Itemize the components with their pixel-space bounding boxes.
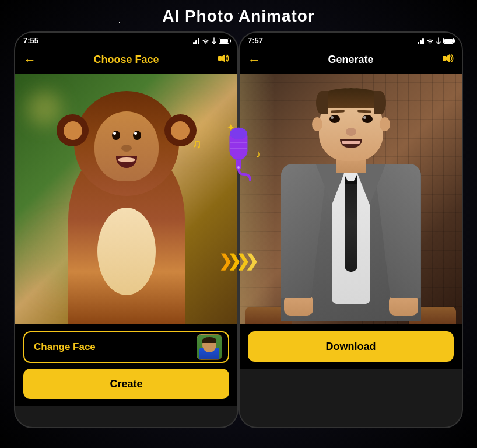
left-bottom-area: Change Face Create <box>15 324 237 406</box>
right-sound-button[interactable] <box>441 52 454 68</box>
left-status-icons <box>193 37 229 44</box>
right-wifi-icon <box>426 38 434 44</box>
right-data-icon <box>436 37 441 44</box>
face-thumbnail <box>197 334 222 360</box>
left-nav-bar: ← Choose Face <box>15 47 237 74</box>
svg-rect-9 <box>443 56 446 61</box>
right-status-bar: 7:57 <box>240 33 462 47</box>
download-button[interactable]: Download <box>248 331 454 362</box>
left-phone: 7:55 <box>14 32 239 428</box>
right-bottom-area: Download <box>240 324 462 369</box>
svg-point-8 <box>430 42 431 43</box>
left-sound-button[interactable] <box>216 52 229 68</box>
left-back-button[interactable]: ← <box>23 52 36 68</box>
page-title: AI Photo Animator <box>162 7 315 26</box>
left-signal-icon <box>193 37 199 44</box>
right-nav-bar: ← Generate <box>240 47 462 74</box>
change-face-button[interactable]: Change Face <box>23 331 229 363</box>
right-nav-title: Generate <box>328 54 373 66</box>
phones-container: 7:55 <box>14 32 463 428</box>
left-wifi-icon <box>202 38 209 44</box>
left-data-icon <box>212 37 216 44</box>
svg-point-0 <box>205 42 206 43</box>
right-signal-icon <box>418 37 424 44</box>
create-button[interactable]: Create <box>23 369 229 399</box>
right-time: 7:57 <box>248 36 263 45</box>
right-image-area <box>240 74 462 324</box>
change-face-label: Change Face <box>34 341 96 353</box>
right-battery-icon <box>443 38 454 44</box>
monkey-child-image <box>15 74 237 324</box>
svg-rect-1 <box>218 56 222 61</box>
right-back-button[interactable]: ← <box>248 52 261 68</box>
left-image-area <box>15 74 237 324</box>
left-battery-icon <box>219 38 229 44</box>
left-nav-title: Choose Face <box>93 54 159 66</box>
left-time: 7:55 <box>23 36 38 45</box>
right-phone: 7:57 ← Ge <box>239 32 463 428</box>
right-status-icons <box>418 37 454 44</box>
suit-man-image <box>240 74 462 324</box>
left-status-bar: 7:55 <box>15 33 237 47</box>
